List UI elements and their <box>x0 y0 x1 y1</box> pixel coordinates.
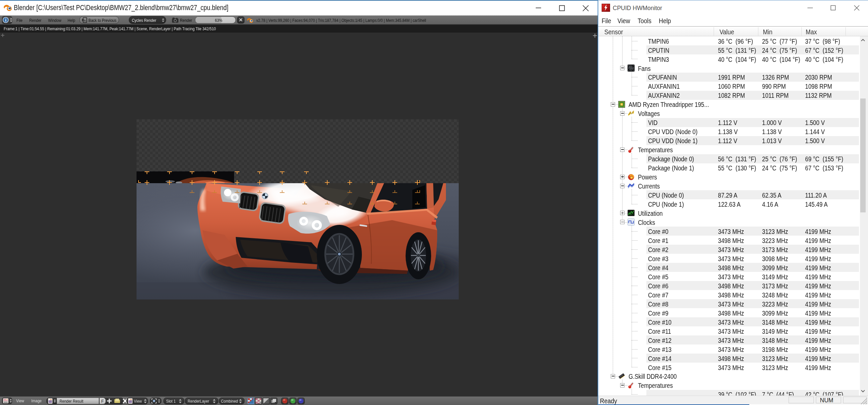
svg-text:i: i <box>5 18 6 23</box>
